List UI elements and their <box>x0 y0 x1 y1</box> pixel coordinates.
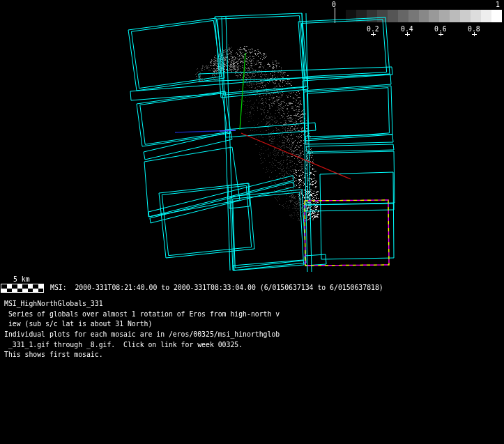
mosaic-footprint <box>304 204 394 211</box>
mosaic-footprint <box>305 254 326 266</box>
colorbar-tick-label: 0.6 <box>434 25 447 33</box>
colorbar-cell <box>450 10 460 22</box>
mosaic-footprint <box>144 132 232 160</box>
colorbar-cell <box>429 10 439 22</box>
mosaic-footprint <box>148 176 293 217</box>
scale-bar-cell <box>33 284 38 289</box>
mosaic-footprint <box>137 91 231 146</box>
colorbar-cell <box>439 10 450 22</box>
mosaic-footprint <box>320 172 394 259</box>
scale-bar-cell <box>28 289 33 293</box>
observation-status-line: MSI: 2000-331T08:21:40.00 to 2000-331T08… <box>50 284 383 291</box>
mosaic-footprint <box>128 18 224 91</box>
colorbar-cell <box>346 10 356 22</box>
mosaic-footprint <box>230 190 306 270</box>
colorbar-cell <box>388 10 398 22</box>
mosaic-frame-edge <box>226 17 234 270</box>
colorbar-cell <box>335 10 346 22</box>
colorbar-cell <box>460 10 471 22</box>
colorbar-cell <box>408 10 419 22</box>
colorbar-min-label: 0 <box>332 1 336 8</box>
caption-text: MSI_HighNorthGlobals_331 Series of globa… <box>4 299 280 360</box>
scale-bar-cell <box>38 289 44 293</box>
mosaic-footprint <box>304 86 392 141</box>
mosaic-footprint-inner <box>131 20 221 88</box>
colorbar-cell <box>491 10 502 22</box>
axis-red <box>241 133 351 179</box>
colorbar-tick-label: 0.4 <box>401 25 413 33</box>
scale-bar-cell <box>17 289 23 293</box>
colorbar-cell <box>419 10 429 22</box>
scale-bar-cell <box>12 284 17 289</box>
colorbar-tick-label: 0.8 <box>468 25 480 33</box>
mosaic-footprints <box>128 13 395 272</box>
mosaic-footprint-inner <box>307 88 390 139</box>
mosaic-wireframe-layer <box>0 0 504 444</box>
colorbar-max-label: 1 <box>496 1 500 8</box>
scale-bar-cell <box>1 284 7 289</box>
mosaic-footprint-inner <box>140 93 227 144</box>
mosaic-footprint <box>159 183 254 258</box>
scale-bar <box>1 284 44 293</box>
colorbar-cell <box>471 10 481 22</box>
mosaic-footprint <box>215 13 308 98</box>
mosaic-footprint <box>225 123 316 137</box>
mosaic-frame-edge <box>222 17 230 270</box>
mosaic-footprint <box>306 144 394 152</box>
scale-bar-cell <box>7 289 13 293</box>
scale-bar-cell <box>22 284 28 289</box>
colorbar-cell <box>398 10 408 22</box>
mosaic-footprint-inner <box>233 192 303 268</box>
colorbar-cell <box>481 10 491 22</box>
colorbar-tick-label: 0.2 <box>367 25 379 33</box>
near-msi-mosaic-planning-view: 0 1 0.20.40.60.8 5 km MSI: 2000-331T08:2… <box>0 0 504 444</box>
scale-bar-label: 5 km <box>13 275 30 283</box>
